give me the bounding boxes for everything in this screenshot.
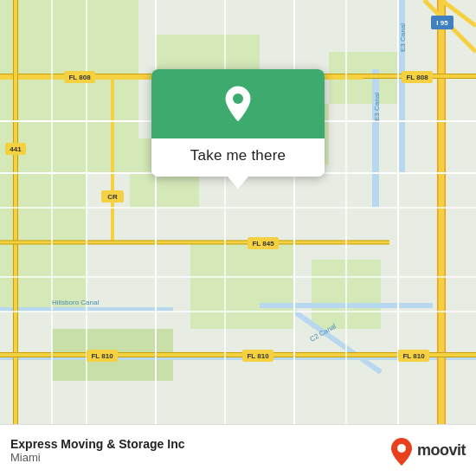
business-location: Miami [10, 451, 185, 464]
svg-point-64 [233, 93, 243, 104]
svg-text:Hillsboro Canal: Hillsboro Canal [52, 299, 99, 306]
popup-arrow [228, 177, 248, 189]
location-pin-icon [222, 85, 254, 126]
business-name: Express Moving & Storage Inc [10, 437, 185, 451]
map-container: I 95 FL 808 FL 808 441 CR FL 845 FL 810 … [0, 0, 476, 424]
svg-text:E3 Canal: E3 Canal [373, 93, 381, 121]
svg-text:CR: CR [107, 193, 118, 201]
svg-point-65 [397, 444, 406, 453]
svg-text:FL 810: FL 810 [247, 352, 269, 360]
moovit-logo: moovit [389, 436, 466, 466]
svg-rect-7 [190, 242, 294, 329]
moovit-text: moovit [417, 441, 466, 460]
svg-text:I 95: I 95 [436, 19, 448, 27]
svg-rect-11 [372, 69, 379, 208]
take-me-there-button[interactable]: Take me there [190, 147, 286, 164]
popup-header [151, 69, 325, 138]
svg-text:FL 810: FL 810 [91, 352, 113, 360]
svg-text:FL 845: FL 845 [252, 240, 274, 248]
svg-text:441: 441 [10, 145, 22, 153]
bottom-bar: Express Moving & Storage Inc Miami moovi… [0, 424, 476, 476]
popup-body[interactable]: Take me there [151, 138, 325, 177]
svg-text:FL 808: FL 808 [406, 74, 428, 81]
moovit-pin-icon [389, 436, 414, 466]
svg-text:E3 Canal: E3 Canal [399, 23, 407, 52]
svg-text:FL 808: FL 808 [68, 74, 91, 81]
location-popup: Take me there [151, 69, 325, 177]
svg-text:FL 810: FL 810 [402, 352, 425, 360]
business-info: Express Moving & Storage Inc Miami [10, 437, 185, 464]
